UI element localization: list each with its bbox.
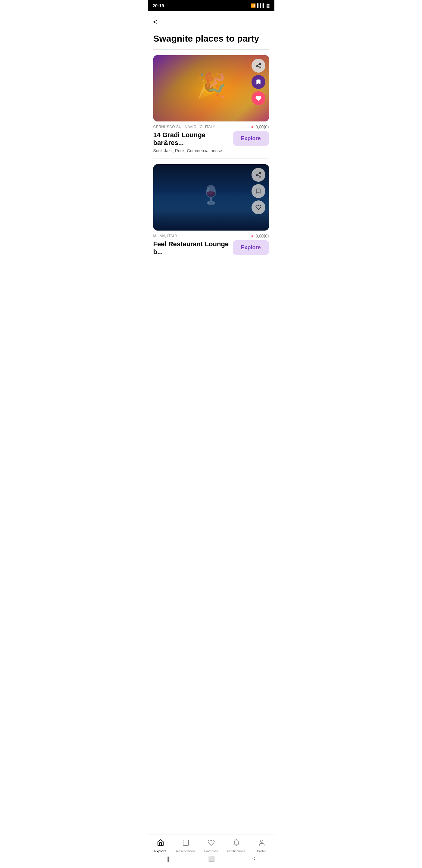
venue-1-location-rating: CERNUSCO SUL NAVIGLIO, ITALY ★ 0,00(0) bbox=[153, 124, 269, 129]
main-content: < Swagnite places to party bbox=[148, 11, 274, 829]
favorite-button-2[interactable] bbox=[252, 200, 265, 214]
bookmark-button-1[interactable] bbox=[252, 75, 265, 89]
nav-profile[interactable]: Profile bbox=[249, 837, 274, 856]
venue-2-rating: ★ 0,00(0) bbox=[250, 234, 269, 239]
venue-1-name-tags: 14 Gradi Lounge bar&res... Soul, Jazz, R… bbox=[153, 131, 230, 153]
nav-explore-label: Explore bbox=[154, 849, 166, 853]
svg-point-11 bbox=[261, 840, 263, 842]
bookmark-button-2[interactable] bbox=[252, 184, 265, 198]
explore-button-1[interactable]: Explore bbox=[233, 131, 269, 146]
venue-1-rating-value: 0,00(0) bbox=[255, 124, 269, 129]
explore-button-2[interactable]: Explore bbox=[233, 240, 269, 255]
venue-1-location: CERNUSCO SUL NAVIGLIO, ITALY bbox=[153, 125, 215, 129]
status-time: 20:19 bbox=[153, 3, 164, 8]
profile-icon bbox=[258, 839, 265, 848]
venue-2-name: Feel Restaurant Lounge b... bbox=[153, 240, 230, 256]
nav-explore[interactable]: Explore bbox=[148, 837, 173, 856]
nav-notifications[interactable]: Notifications bbox=[224, 837, 249, 856]
venue-2-name-explore: Feel Restaurant Lounge b... Explore bbox=[153, 240, 269, 257]
venue-1-actions bbox=[252, 59, 265, 105]
venue-1-info: CERNUSCO SUL NAVIGLIO, ITALY ★ 0,00(0) 1… bbox=[153, 121, 269, 153]
favorites-icon bbox=[207, 839, 215, 848]
svg-line-8 bbox=[258, 175, 259, 176]
venue-2-location-rating: MILAN, ITALY ★ 0,00(0) bbox=[153, 234, 269, 239]
bottom-nav: Explore Reservations Favorites Notificat… bbox=[148, 835, 274, 856]
venue-card-2: MILAN, ITALY ★ 0,00(0) Feel Restaurant L… bbox=[148, 159, 274, 257]
wifi-icon: 📶 bbox=[251, 3, 256, 8]
nav-reservations-label: Reservations bbox=[176, 849, 195, 853]
svg-line-3 bbox=[258, 66, 259, 67]
venue-card-1: CERNUSCO SUL NAVIGLIO, ITALY ★ 0,00(0) 1… bbox=[148, 50, 274, 153]
venue-2-rating-value: 0,00(0) bbox=[255, 234, 269, 239]
nav-notifications-label: Notifications bbox=[227, 849, 246, 853]
reservations-icon bbox=[182, 839, 190, 848]
page-title: Swagnite places to party bbox=[148, 30, 274, 50]
star-icon-1: ★ bbox=[250, 124, 254, 129]
venue-2-location: MILAN, ITALY bbox=[153, 234, 178, 238]
back-button[interactable]: < bbox=[153, 17, 160, 27]
nav-reservations[interactable]: Reservations bbox=[173, 837, 198, 856]
svg-line-9 bbox=[258, 173, 259, 174]
notifications-icon bbox=[233, 839, 240, 848]
venue-2-actions bbox=[252, 168, 265, 214]
status-bar: 20:19 📶 ▌▌▌ ▓ bbox=[148, 0, 274, 11]
venue-image-container-1 bbox=[153, 55, 269, 121]
nav-profile-label: Profile bbox=[257, 849, 266, 853]
share-button-2[interactable] bbox=[252, 168, 265, 182]
venue-1-name: 14 Gradi Lounge bar&res... bbox=[153, 131, 230, 147]
star-icon-2: ★ bbox=[250, 234, 254, 239]
favorite-button-1[interactable] bbox=[252, 91, 265, 105]
venue-1-tags: Soul, Jazz, Rock, Commercial house bbox=[153, 148, 230, 153]
venue-1-name-explore: 14 Gradi Lounge bar&res... Soul, Jazz, R… bbox=[153, 131, 269, 153]
svg-line-4 bbox=[258, 64, 259, 65]
status-icons: 📶 ▌▌▌ ▓ bbox=[251, 3, 269, 8]
venue-2-info: MILAN, ITALY ★ 0,00(0) Feel Restaurant L… bbox=[153, 230, 269, 257]
battery-icon: ▓ bbox=[267, 3, 269, 8]
nav-favorites[interactable]: Favorites bbox=[198, 837, 224, 856]
back-btn-container: < bbox=[148, 11, 274, 30]
signal-icon: ▌▌▌ bbox=[257, 3, 265, 8]
nav-favorites-label: Favorites bbox=[204, 849, 218, 853]
share-button-1[interactable] bbox=[252, 59, 265, 73]
venue-2-name-tags: Feel Restaurant Lounge b... bbox=[153, 240, 230, 257]
svg-rect-10 bbox=[183, 840, 189, 845]
venue-1-rating: ★ 0,00(0) bbox=[250, 124, 269, 129]
venue-image-container-2 bbox=[153, 164, 269, 230]
explore-icon bbox=[157, 839, 164, 848]
